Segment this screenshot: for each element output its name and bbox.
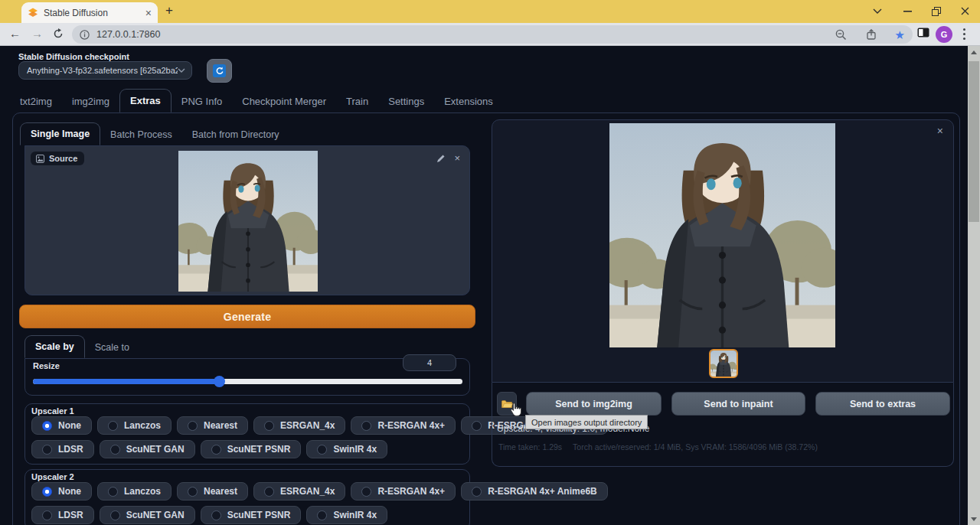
scale-by-panel: Resize 4 xyxy=(24,358,470,396)
profile-avatar[interactable]: G xyxy=(936,26,952,43)
radio-ldsr[interactable]: LDSR xyxy=(31,506,94,524)
gradio-favicon-icon xyxy=(28,8,38,18)
scroll-up-icon[interactable] xyxy=(971,51,977,54)
gallery-close-icon[interactable]: × xyxy=(937,125,943,137)
radio-none[interactable]: None xyxy=(31,416,92,435)
forward-icon[interactable]: → xyxy=(31,28,43,39)
source-image-dropzone[interactable]: Source × xyxy=(24,145,470,295)
edit-image-icon[interactable] xyxy=(436,154,446,163)
radio-resrgan4x[interactable]: R-ESRGAN 4x+ xyxy=(351,482,456,501)
tab-settings[interactable]: Settings xyxy=(378,90,434,112)
source-label: Source xyxy=(49,154,77,163)
send-to-img2img-button[interactable]: Send to img2img xyxy=(526,392,662,416)
browser-menu-icon[interactable] xyxy=(963,28,965,31)
upscaler2-label: Upscaler 2 xyxy=(31,472,74,481)
sd-webui-page: Stable Diffusion checkpoint Anything-V3-… xyxy=(0,46,968,525)
perf-memory: Torch active/reserved: 1/4 MiB, Sys VRAM… xyxy=(573,442,818,452)
side-panel-icon[interactable] xyxy=(917,28,929,38)
tab-train[interactable]: Train xyxy=(336,90,378,112)
radio-icon xyxy=(211,510,221,520)
radio-lanczos[interactable]: Lanczos xyxy=(97,482,172,501)
tab-batch-process[interactable]: Batch Process xyxy=(100,124,182,145)
perf-info-text: Time taken: 1.29s Torch active/reserved:… xyxy=(498,442,818,452)
extras-sub-tabs: Single Image Batch Process Batch from Di… xyxy=(20,123,289,145)
url-bar[interactable]: 127.0.0.1:7860 ★ xyxy=(72,25,913,44)
scrollbar-thumb[interactable] xyxy=(969,61,979,222)
radio-scunet-psnr[interactable]: ScuNET PSNR xyxy=(201,440,302,458)
radio-icon xyxy=(264,421,274,431)
source-image xyxy=(178,151,318,292)
main-tabs: txt2img img2img Extras PNG Info Checkpoi… xyxy=(10,90,503,112)
bookmark-star-icon[interactable]: ★ xyxy=(895,29,905,41)
radio-scunet-gan[interactable]: ScuNET GAN xyxy=(100,506,195,524)
tab-extras[interactable]: Extras xyxy=(119,89,172,112)
radio-none[interactable]: None xyxy=(31,482,92,501)
radio-icon xyxy=(472,421,482,431)
site-info-icon[interactable] xyxy=(80,30,90,40)
tab-extensions[interactable]: Extensions xyxy=(434,90,503,112)
resize-slider[interactable] xyxy=(33,379,462,384)
radio-resrgan4x[interactable]: R-ESRGAN 4x+ xyxy=(351,416,456,435)
generate-button[interactable]: Generate xyxy=(19,305,475,328)
upscaler1-group: Upscaler 1 None Lanczos Nearest ESRGAN_4… xyxy=(24,403,470,465)
tab-title: Stable Diffusion xyxy=(44,8,145,18)
radio-icon xyxy=(110,510,120,520)
resize-value-input[interactable]: 4 xyxy=(403,354,456,371)
result-image[interactable] xyxy=(609,123,835,347)
refresh-checkpoints-button[interactable] xyxy=(207,59,232,83)
slider-thumb[interactable] xyxy=(214,376,225,387)
zoom-out-icon[interactable] xyxy=(835,29,847,41)
reload-icon[interactable] xyxy=(53,28,64,39)
tab-png-info[interactable]: PNG Info xyxy=(172,90,232,112)
radio-icon xyxy=(317,445,327,455)
radio-scunet-psnr[interactable]: ScuNET PSNR xyxy=(201,506,302,524)
radio-ldsr[interactable]: LDSR xyxy=(31,440,94,458)
radio-lanczos[interactable]: Lanczos xyxy=(97,416,172,435)
share-icon[interactable] xyxy=(867,29,878,40)
radio-nearest[interactable]: Nearest xyxy=(177,482,248,501)
radio-icon xyxy=(108,421,118,431)
minimize-icon[interactable] xyxy=(903,11,912,12)
clear-image-icon[interactable]: × xyxy=(454,153,460,163)
result-thumbnail[interactable] xyxy=(709,349,738,378)
radio-esrgan4x[interactable]: ESRGAN_4x xyxy=(253,416,345,435)
back-icon[interactable]: ← xyxy=(9,28,21,39)
checkpoint-value: Anything-V3-fp32.safetensors [625a2ba2] xyxy=(27,66,178,75)
chevron-down-icon xyxy=(178,68,185,73)
window-close-icon[interactable] xyxy=(961,7,969,15)
scroll-down-icon[interactable] xyxy=(971,517,977,521)
radio-resrgan-anime6b[interactable]: R-ESRGAN 4x+ Anime6B xyxy=(461,482,608,501)
tab-img2img[interactable]: img2img xyxy=(62,90,119,112)
radio-swinir4x[interactable]: SwinIR 4x xyxy=(306,440,387,458)
radio-nearest[interactable]: Nearest xyxy=(177,416,248,435)
tab-close-icon[interactable]: × xyxy=(145,8,152,18)
restore-icon[interactable] xyxy=(932,7,941,16)
radio-icon xyxy=(42,445,52,455)
send-to-inpaint-button[interactable]: Send to inpaint xyxy=(671,392,805,416)
checkpoint-dropdown[interactable]: Anything-V3-fp32.safetensors [625a2ba2] xyxy=(18,61,192,80)
radio-icon xyxy=(211,445,221,455)
tab-single-image[interactable]: Single Image xyxy=(20,122,100,145)
radio-icon xyxy=(361,421,371,431)
radio-swinir4x[interactable]: SwinIR 4x xyxy=(306,506,387,524)
tab-checkpoint-merger[interactable]: Checkpoint Merger xyxy=(232,90,336,112)
browser-tab[interactable]: Stable Diffusion × xyxy=(21,2,158,23)
refresh-icon xyxy=(213,64,226,77)
scale-tabs: Scale by Scale to xyxy=(24,336,139,358)
tabsearch-chevron-icon[interactable] xyxy=(873,8,882,14)
tab-txt2img[interactable]: txt2img xyxy=(10,90,62,112)
radio-selected-icon xyxy=(42,487,52,497)
radio-scunet-gan[interactable]: ScuNET GAN xyxy=(100,440,195,458)
new-tab-button[interactable]: + xyxy=(165,3,173,18)
send-to-extras-button[interactable]: Send to extras xyxy=(815,392,950,416)
upscaler1-label: Upscaler 1 xyxy=(31,406,74,416)
radio-selected-icon xyxy=(42,421,52,431)
resize-label: Resize xyxy=(33,361,60,370)
radio-esrgan4x[interactable]: ESRGAN_4x xyxy=(253,482,345,501)
tab-scale-to[interactable]: Scale to xyxy=(85,337,139,358)
tab-batch-from-directory[interactable]: Batch from Directory xyxy=(182,124,289,145)
tab-scale-by[interactable]: Scale by xyxy=(24,335,85,358)
radio-icon xyxy=(188,487,198,497)
mouse-cursor-hand xyxy=(510,403,523,418)
radio-icon xyxy=(110,445,120,455)
